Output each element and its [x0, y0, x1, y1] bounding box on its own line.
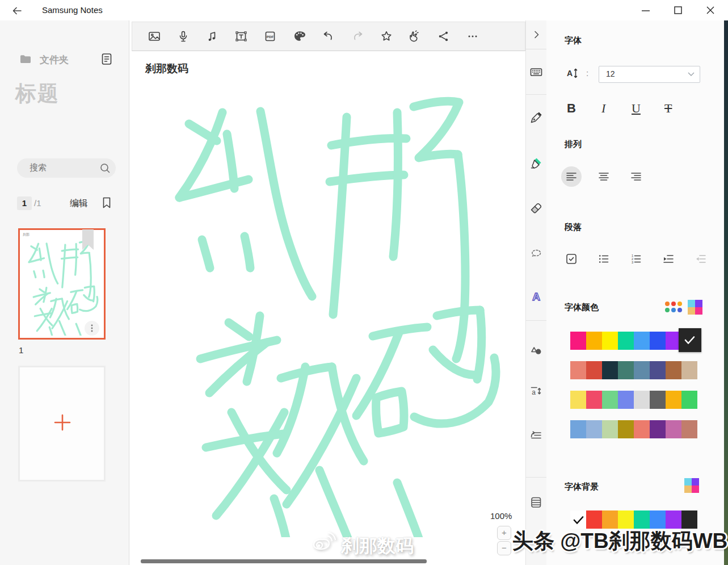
eraser-tool-icon[interactable]	[529, 201, 544, 216]
font-size-dropdown[interactable]: 12	[599, 66, 700, 83]
add-page-thumbnail[interactable]	[18, 366, 106, 482]
collapse-panel-button[interactable]	[526, 20, 546, 49]
color-swatch[interactable]	[602, 391, 618, 409]
color-swatch[interactable]	[634, 420, 650, 438]
strikethrough-button[interactable]: T	[664, 101, 672, 116]
color-swatch[interactable]	[570, 332, 586, 350]
drawing-palette-icon[interactable]	[293, 30, 306, 43]
shapes-icon[interactable]	[529, 343, 544, 358]
color-swatch[interactable]	[618, 332, 634, 350]
font-color-label: 字体颜色	[565, 302, 599, 313]
bookmark-icon[interactable]	[100, 195, 113, 210]
finger-gesture-icon[interactable]	[408, 30, 422, 43]
color-swatch[interactable]	[602, 510, 618, 529]
gradient-cell	[688, 307, 695, 315]
color-swatch[interactable]	[570, 361, 586, 379]
align-center-button[interactable]	[597, 170, 611, 183]
indent-decrease-button[interactable]	[694, 252, 708, 266]
color-swatch[interactable]	[602, 420, 618, 438]
note-canvas[interactable]: PDF	[129, 20, 525, 565]
zoom-out-button[interactable]: −	[497, 541, 511, 555]
color-swatch[interactable]	[634, 510, 650, 529]
color-swatch[interactable]	[666, 361, 681, 379]
horizontal-scrollbar[interactable]	[141, 559, 427, 563]
bullet-list-button[interactable]	[597, 252, 611, 266]
color-swatch[interactable]	[650, 361, 666, 379]
underline-button[interactable]: U	[632, 101, 641, 116]
font-size-value: 12	[606, 69, 615, 78]
edit-button[interactable]: 编辑	[70, 198, 88, 210]
thumb-more-button[interactable]	[85, 321, 99, 336]
note-list-view-icon[interactable]	[99, 52, 114, 66]
color-swatch[interactable]	[634, 361, 650, 379]
color-swatch[interactable]	[650, 420, 666, 438]
page-thumbnail-1[interactable]: 刹那	[18, 228, 106, 340]
color-swatch[interactable]	[634, 391, 650, 409]
color-swatch[interactable]	[650, 332, 666, 350]
color-swatch[interactable]	[586, 391, 602, 409]
insert-textbox-icon[interactable]	[234, 30, 248, 43]
more-icon[interactable]	[466, 30, 479, 43]
voice-record-icon[interactable]	[176, 30, 190, 43]
search-input[interactable]	[28, 162, 93, 173]
recent-colors-icon[interactable]	[665, 302, 682, 312]
color-swatch[interactable]	[602, 361, 618, 379]
import-pdf-icon[interactable]: PDF	[263, 30, 277, 43]
color-swatch[interactable]	[634, 332, 650, 350]
keyboard-icon[interactable]	[529, 65, 544, 79]
color-swatch[interactable]	[570, 420, 586, 438]
search-icon[interactable]	[99, 162, 111, 174]
lasso-select-icon[interactable]	[529, 246, 544, 261]
bg-color-picker-icon[interactable]	[684, 478, 699, 493]
maximize-button[interactable]	[671, 3, 685, 17]
zoom-in-button[interactable]: +	[497, 526, 511, 540]
share-icon[interactable]	[437, 30, 451, 43]
close-button[interactable]	[704, 3, 717, 17]
color-swatch[interactable]	[681, 361, 697, 379]
back-icon[interactable]	[10, 4, 24, 18]
convert-to-text-icon[interactable]: A	[529, 290, 544, 304]
redo-icon[interactable]	[351, 30, 364, 43]
color-swatch[interactable]	[681, 391, 697, 409]
search-box[interactable]	[17, 158, 116, 178]
align-right-button[interactable]	[629, 170, 643, 183]
color-swatch[interactable]	[666, 510, 681, 529]
insert-image-icon[interactable]	[148, 30, 161, 43]
color-swatch[interactable]	[650, 391, 666, 409]
color-swatch[interactable]	[618, 361, 634, 379]
insert-audio-icon[interactable]	[205, 30, 219, 43]
color-swatch[interactable]	[586, 510, 602, 529]
undo-icon[interactable]	[322, 30, 335, 43]
pen-tool-icon[interactable]	[529, 110, 544, 125]
color-picker-icon[interactable]	[688, 300, 702, 315]
indent-move-icon[interactable]	[529, 428, 544, 443]
numbered-list-button[interactable]: 1 2 3	[629, 252, 643, 266]
color-swatch[interactable]	[586, 332, 602, 350]
color-swatch[interactable]	[586, 361, 602, 379]
italic-button[interactable]: I	[601, 101, 605, 116]
color-swatch[interactable]	[681, 510, 697, 529]
gradient-cell	[684, 478, 692, 486]
line-spacing-icon[interactable]: a	[529, 384, 544, 399]
font-color-row-4	[570, 420, 697, 438]
folders-label[interactable]: 文件夹	[40, 53, 69, 66]
align-left-button[interactable]	[565, 170, 578, 183]
color-swatch[interactable]	[602, 332, 618, 350]
color-swatch[interactable]	[618, 420, 634, 438]
color-swatch[interactable]	[666, 391, 681, 409]
favorite-icon[interactable]	[380, 30, 393, 43]
bold-button[interactable]: B	[567, 101, 576, 116]
selected-font-color-swatch[interactable]	[679, 328, 701, 352]
checklist-button[interactable]	[565, 252, 578, 266]
color-swatch[interactable]	[586, 420, 602, 438]
minimize-button[interactable]	[639, 3, 653, 17]
color-swatch[interactable]	[570, 391, 586, 409]
highlighter-tool-icon[interactable]	[529, 156, 544, 170]
indent-increase-button[interactable]	[662, 252, 675, 266]
color-swatch[interactable]	[650, 510, 666, 529]
color-swatch[interactable]	[681, 420, 697, 438]
color-swatch[interactable]	[666, 420, 681, 438]
color-swatch[interactable]	[618, 391, 634, 409]
page-template-icon[interactable]	[529, 495, 544, 510]
color-swatch[interactable]	[618, 510, 634, 529]
